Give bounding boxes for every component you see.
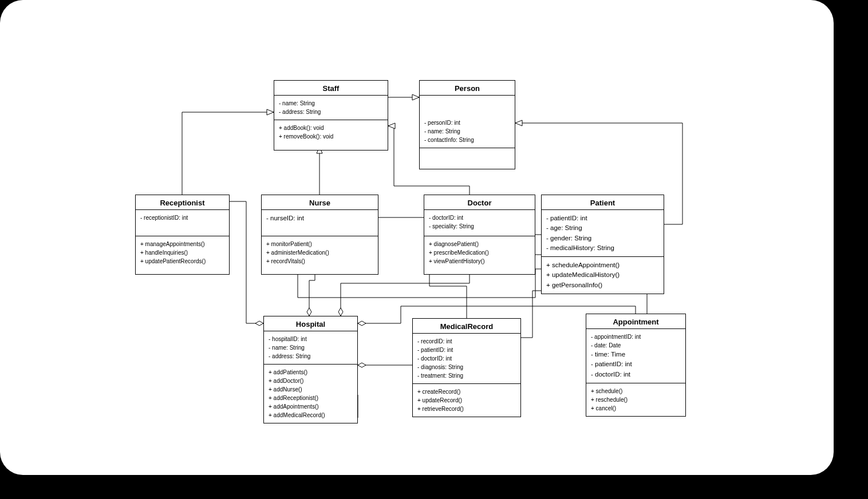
class-title: Patient [542, 195, 664, 210]
class-attributes: - nurseID: int [262, 210, 378, 236]
class-patient[interactable]: Patient- patientID: int- age: String- ge… [541, 195, 664, 294]
class-title: Hospital [264, 316, 357, 331]
class-doctor[interactable]: Doctor- doctorID: int- speciality: Strin… [424, 195, 535, 275]
class-title: Person [420, 81, 515, 96]
class-methods: + scheduleAppointment()+ updateMedicalHi… [542, 257, 664, 294]
class-title: Doctor [424, 195, 535, 210]
class-methods: + schedule()+ reschedule()+ cancel() [586, 383, 685, 416]
class-attributes: - name: String- address: String [274, 96, 388, 120]
class-staff[interactable]: Staff- name: String- address: String+ ad… [274, 80, 388, 151]
class-attributes: - appointmentID: int- date: Date- time: … [586, 329, 685, 383]
class-appointment[interactable]: Appointment- appointmentID: int- date: D… [586, 314, 686, 417]
class-title: Staff [274, 81, 388, 96]
class-hospital[interactable]: Hospital- hospitalID: int- name: String-… [263, 316, 358, 423]
class-methods: + addPatients()+ addDoctor()+ addNurse()… [264, 365, 357, 423]
class-methods [420, 148, 515, 169]
class-methods: + monitorPatient()+ administerMedication… [262, 236, 378, 274]
class-attributes: - doctorID: int- speciality: String [424, 210, 535, 236]
class-attributes: - recordID: int- patientID: int- doctorI… [413, 334, 520, 384]
class-person[interactable]: Person- personID: int- name: String- con… [419, 80, 515, 169]
class-attributes: - patientID: int- age: String- gender: S… [542, 210, 664, 257]
class-methods: + addBook(): void+ removeBook(): void [274, 120, 388, 150]
class-methods: + createRecord()+ updateRecord()+ retrie… [413, 384, 520, 417]
class-attributes: - personID: int- name: String- contactIn… [420, 96, 515, 148]
class-medicalrecord[interactable]: MedicalRecord- recordID: int- patientID:… [412, 318, 521, 417]
class-title: MedicalRecord [413, 319, 520, 334]
diagram-canvas: Staff- name: String- address: String+ ad… [0, 0, 834, 475]
class-nurse[interactable]: Nurse- nurseID: int+ monitorPatient()+ a… [261, 195, 378, 275]
class-title: Appointment [586, 314, 685, 329]
class-attributes: - receptionistID: int [136, 210, 229, 236]
class-attributes: - hospitalID: int- name: String- address… [264, 331, 357, 365]
class-methods: + diagnosePatient()+ prescribeMedication… [424, 236, 535, 274]
class-methods: + manageAppointments()+ handleInquiries(… [136, 236, 229, 274]
class-title: Receptionist [136, 195, 229, 210]
class-receptionist[interactable]: Receptionist- receptionistID: int+ manag… [135, 195, 230, 275]
class-title: Nurse [262, 195, 378, 210]
